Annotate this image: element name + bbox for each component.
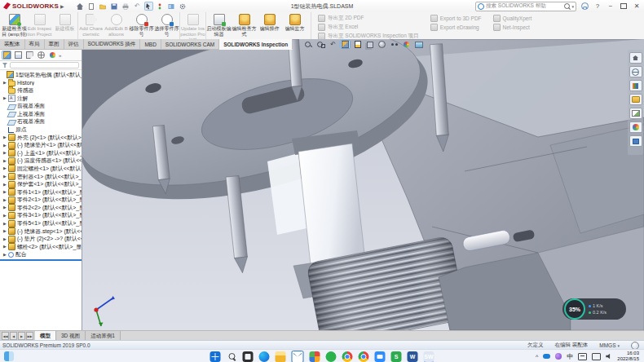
- section-view-icon[interactable]: [340, 40, 351, 49]
- ribbon-button[interactable]: 编辑监方: [282, 12, 307, 39]
- minimize-button[interactable]: −: [606, 2, 615, 11]
- custom-properties-icon[interactable]: [629, 135, 642, 147]
- ribbon-button[interactable]: 选择零件序号: [154, 12, 180, 39]
- recorder-overlay-badge[interactable]: 35% 1 K/s 0.2 K/s: [562, 298, 626, 320]
- widgets-icon[interactable]: [4, 351, 14, 361]
- filter-funnel-icon[interactable]: [2, 63, 7, 68]
- tree-item[interactable]: ▶ 配合: [0, 251, 82, 259]
- tree-item[interactable]: ▶ 密封器<1> (默认<<默认>_显示状: [0, 173, 82, 181]
- ribbon-tab[interactable]: SOLIDWORKS Inspection: [219, 39, 293, 50]
- mail-icon[interactable]: [292, 351, 304, 362]
- search-icon[interactable]: [564, 3, 570, 9]
- close-button[interactable]: ✕: [632, 2, 642, 11]
- ribbon-button[interactable]: 编辑操作: [257, 12, 282, 39]
- ribbon-button[interactable]: 新建模板: [52, 12, 78, 39]
- scroll-right-icon[interactable]: ▶: [18, 332, 25, 340]
- file-explorer-icon[interactable]: [276, 351, 286, 362]
- tree-item[interactable]: ▶ (-) 绝缘器.step<1> (默认<<默认>: [0, 227, 82, 236]
- panel-splitter[interactable]: [0, 259, 82, 261]
- view-palette-icon[interactable]: [629, 108, 642, 119]
- ribbon-button[interactable]: 编辑检查方式: [232, 12, 257, 39]
- display-settings-icon[interactable]: [167, 2, 176, 11]
- previous-view-icon[interactable]: [328, 40, 338, 49]
- units-selector[interactable]: MMGS ▾: [599, 342, 620, 348]
- solidworks-resources-icon[interactable]: [629, 66, 642, 77]
- file-explorer-icon[interactable]: [629, 94, 642, 105]
- tree-item[interactable]: ▶ History: [0, 79, 82, 87]
- tree-item[interactable]: ▶ 零件3<1> (默认<<默认>_显示状: [0, 212, 82, 220]
- ribbon-tab[interactable]: SOLIDWORKS 插件: [84, 39, 141, 50]
- search-icon[interactable]: [227, 351, 237, 362]
- task-view-icon[interactable]: [243, 351, 254, 362]
- store-icon[interactable]: [310, 351, 320, 362]
- new-document-icon[interactable]: [87, 2, 96, 11]
- tree-item[interactable]: ▶ 零件2<1> (默认<<默认>_显示状: [0, 196, 82, 205]
- start-icon[interactable]: [210, 351, 221, 362]
- ribbon-button[interactable]: Add Characteristic: [78, 12, 104, 39]
- wps-icon[interactable]: S: [391, 351, 402, 362]
- tree-item[interactable]: ▶ (-) 绝缘垫片<1> (默认<<默认>_显: [0, 141, 82, 149]
- volume-icon[interactable]: [606, 353, 612, 360]
- status-tag-icon[interactable]: [631, 342, 639, 350]
- tree-item[interactable]: ▶ 固定螺栓<1> (默认<<默认>_显示: [0, 165, 82, 173]
- ribbon-button[interactable]: Edit Inspection Project: [27, 12, 52, 39]
- ribbon-tab[interactable]: 装配体: [0, 39, 25, 50]
- display-manager-tab-icon[interactable]: [47, 51, 57, 60]
- ribbon-button[interactable]: 新建检查项目 (amp;特): [2, 12, 27, 39]
- design-library-icon[interactable]: [629, 80, 642, 91]
- pane-chevron-icon[interactable]: »: [59, 53, 65, 58]
- select-tool-icon[interactable]: [144, 2, 153, 11]
- ribbon-tab[interactable]: MBD: [140, 39, 161, 50]
- tree-item[interactable]: ▶ 保护套<1> (默认<<默认>_显示状: [0, 180, 82, 188]
- solidworks-icon[interactable]: SW: [424, 351, 434, 362]
- open-document-icon[interactable]: [99, 2, 108, 11]
- tree-item[interactable]: ▶ 螺栓<2> (默认<<默认>_显示状态: [0, 243, 82, 251]
- graphics-area[interactable]: 35% 1 K/s 0.2 K/s: [82, 39, 644, 330]
- scroll-first-icon[interactable]: ◀◀: [2, 332, 9, 340]
- ribbon-tab[interactable]: 草图: [45, 39, 64, 50]
- tree-item[interactable]: ▶ 零件1<1> (默认<<默认>_显示状: [0, 188, 82, 196]
- meeting-icon[interactable]: [375, 351, 386, 362]
- tree-item[interactable]: ▶ 注解: [0, 95, 82, 103]
- zoom-area-icon[interactable]: [315, 40, 326, 49]
- restore-button[interactable]: [619, 2, 629, 11]
- word-icon[interactable]: W: [408, 351, 418, 362]
- chrome-2-icon[interactable]: [359, 351, 369, 362]
- edge-icon[interactable]: [259, 351, 270, 362]
- print-icon[interactable]: [121, 2, 130, 11]
- property-manager-tab-icon[interactable]: [13, 51, 23, 60]
- clock[interactable]: 16:03 2022/8/15: [617, 351, 639, 362]
- tree-item[interactable]: ▶ 上视基准面: [0, 110, 82, 118]
- tree-item[interactable]: ▶ 零件5<1> (默认<<默认>_显示状: [0, 219, 82, 227]
- ribbon-button[interactable]: 移除零件序号: [129, 12, 154, 39]
- rebuild-icon[interactable]: [156, 2, 165, 11]
- display-tray-icon[interactable]: [592, 353, 601, 360]
- feature-tree-tab-icon[interactable]: [2, 51, 11, 60]
- user-account-icon[interactable]: [580, 2, 589, 11]
- tree-item[interactable]: ▶ (-) 上盖<1> (默认<<默认>_显示状: [0, 149, 82, 157]
- tree-item[interactable]: ▶ 传感器: [0, 86, 82, 95]
- configurations-tab-icon[interactable]: [24, 51, 34, 60]
- tree-item[interactable]: ▶ 右视基准面: [0, 118, 82, 126]
- scroll-left-icon[interactable]: ◀: [10, 332, 17, 340]
- search-input[interactable]: 搜索 SOLIDWORKS 帮助 ▾: [475, 2, 576, 11]
- touch-keyboard-icon[interactable]: [578, 353, 587, 360]
- undo-icon[interactable]: ↶: [133, 2, 142, 11]
- apply-scene-icon[interactable]: [413, 40, 424, 49]
- tray-chevron-icon[interactable]: ^: [536, 354, 538, 360]
- model-3d[interactable]: [82, 39, 644, 330]
- tree-root-item[interactable]: ▶ 1型铠装热电偶 (默认<默认_显示状态-1>: [0, 71, 82, 79]
- edit-appearance-icon[interactable]: [401, 40, 412, 49]
- editing-state[interactable]: 在编辑 装配体: [554, 342, 588, 349]
- tree-item[interactable]: ▶ 外壳 (2)<1> (默认<<默认>_显示状: [0, 134, 82, 142]
- tree-item[interactable]: ▶ (-) 温度传感器<1> (默认<<默认>_: [0, 157, 82, 166]
- app-green-icon[interactable]: [326, 351, 337, 362]
- save-icon[interactable]: [110, 2, 119, 11]
- search-dropdown-icon[interactable]: ▾: [571, 4, 574, 9]
- zoom-fit-icon[interactable]: [303, 40, 314, 49]
- filter-input[interactable]: [10, 62, 79, 68]
- ribbon-button[interactable]: Update Inspection Project: [180, 12, 206, 39]
- ribbon-button[interactable]: 启动模板编辑器: [206, 12, 232, 39]
- tree-item[interactable]: ▶ 前视基准面: [0, 102, 82, 110]
- home-icon[interactable]: [76, 2, 85, 11]
